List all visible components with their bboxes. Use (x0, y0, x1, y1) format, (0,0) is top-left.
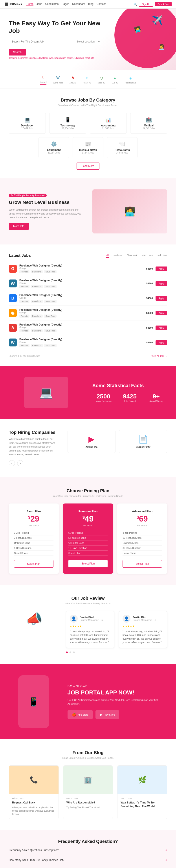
dot-0[interactable] (66, 651, 68, 653)
blog-card-1[interactable]: 🏢 Feb 14, 2021 Who Are Responsible? Try … (63, 765, 113, 819)
equipment-count: 11,254 Jobs (42, 152, 66, 154)
next-arrow[interactable]: › (17, 460, 23, 466)
search-button[interactable]: Search (9, 49, 26, 56)
faq-item-0[interactable]: Frequently Asked Questions Subscription?… (9, 845, 167, 855)
advanced-select-button[interactable]: Select Plan (122, 560, 162, 567)
premium-select-button[interactable]: Select Plan (68, 560, 108, 567)
logo-text: JBDesks (9, 2, 22, 6)
nav-home[interactable]: Home (26, 2, 33, 6)
blog-card-2[interactable]: 🌿 Jun 27, 2021 Way Better. It's Time To … (117, 765, 167, 819)
nav-candidates[interactable]: Candidates (45, 2, 59, 6)
feature: 3 Job Posting (14, 530, 54, 535)
dot-2[interactable] (73, 651, 75, 653)
dollar-sign: $ (137, 515, 139, 520)
restaurants-icon: 🍽️ (110, 142, 134, 147)
faq-toggle-1[interactable]: + (166, 858, 167, 862)
signup-button[interactable]: Sign Up (139, 2, 153, 7)
developer-icon: 💻 (12, 117, 42, 123)
job-tags-2: Remote Barcelona Save Time (20, 300, 133, 303)
faq-toggle-0[interactable]: + (166, 848, 167, 852)
job-meta-0: $4500 (135, 268, 153, 270)
company-burger-patty[interactable]: 📄 Burger Patty (119, 430, 167, 453)
category-technology[interactable]: 📱 Technology 11,254 Jobs (49, 113, 86, 134)
apply-button-4[interactable]: Apply (155, 326, 167, 330)
tab-full-time[interactable]: Full Time (156, 254, 167, 258)
job-salary-3: $4500 (135, 312, 153, 314)
tab-part-time[interactable]: Part Time (142, 254, 153, 258)
blog-card-0[interactable]: 📞 Feb 12, 2021 Request Call Back When yo… (9, 765, 59, 819)
technology-icon: 📱 (52, 117, 83, 123)
grow-section: 24,534 People Recently Promoted Grow Nex… (0, 178, 176, 245)
view-all-jobs[interactable]: View All Jobs → (151, 355, 167, 357)
reviewer-info-1: Justin Bird Support Manager in Luc (133, 616, 156, 621)
tech-vue[interactable]: ▲ Vue JS (112, 75, 118, 84)
basic-select-button[interactable]: Select Plan (14, 560, 54, 567)
tab-neumeric[interactable]: Neumeric (127, 254, 138, 258)
job-search-input[interactable] (9, 38, 71, 45)
dot-1[interactable] (70, 651, 71, 653)
apply-button-2[interactable]: Apply (155, 296, 167, 301)
job-logo-5: W (9, 339, 17, 346)
tech-react[interactable]: ⚛ React JS (83, 75, 91, 84)
apply-button-0[interactable]: Apply (155, 267, 167, 271)
tech-wordpress[interactable]: W WordPress (53, 75, 63, 84)
apply-button-3[interactable]: Apply (155, 311, 167, 315)
company-airbnb[interactable]: ▶ Airbnb Inc (68, 430, 116, 453)
tech-laravel[interactable]: L Laravel (40, 74, 47, 85)
blog-grid: 📞 Feb 12, 2021 Request Call Back When yo… (9, 765, 167, 819)
tab-all[interactable]: All (106, 254, 109, 258)
developer-name: Developer (12, 124, 42, 127)
stat-number-2: 9+ (145, 393, 167, 400)
category-medical[interactable]: 🏥 Medical 14,543 Jobs (130, 113, 167, 134)
accounting-count: 21,543 Jobs (93, 127, 124, 129)
job-row: W Freelance Web Designer (Directly) Goog… (9, 276, 167, 291)
tech-react-native[interactable]: ◈ React Native (125, 75, 136, 84)
category-restaurants[interactable]: 🍽️ Restaurants 14,543 Jobs (107, 137, 138, 158)
feature: Social Share (68, 551, 108, 556)
category-accounting[interactable]: 📊 Accounting 21,543 Jobs (90, 113, 127, 134)
logo-icon: ⬛ (4, 2, 8, 6)
hero-section: The Easy Way To Get Your New Job Select … (0, 8, 176, 70)
blog-excerpt-1: Try finding The Richest The World. (66, 806, 110, 809)
nav-pages[interactable]: Pages (62, 2, 69, 6)
play-store-button[interactable]: ▶ Play Store (96, 710, 119, 719)
nav-dashboard[interactable]: Dashboard (72, 2, 85, 6)
tech-node[interactable]: ⬡ Node JS (98, 75, 105, 84)
category-media[interactable]: 📰 Media & News 17,543 Jobs (73, 137, 103, 158)
faq-item-1[interactable]: How Many Sites From Our Fancy Themes Lis… (9, 855, 167, 865)
advanced-period: Per Month (122, 524, 162, 527)
reviewer-info-0: Justin Bird Support Manager in Luc (80, 616, 103, 621)
load-more-button[interactable]: Load More (77, 162, 99, 169)
prev-arrow[interactable]: ‹ (9, 460, 15, 466)
nav-contact[interactable]: Contact (97, 2, 106, 6)
burger-patty-name: Burger Patty (124, 445, 163, 448)
tab-featured[interactable]: Featured (113, 254, 124, 258)
basic-plan-name: Basic Plan (14, 510, 54, 513)
nav-jobs[interactable]: Jobs (37, 2, 42, 6)
job-row: B Freelance Web Designer (Directly) Goog… (9, 291, 167, 306)
node-label: Node JS (98, 82, 105, 84)
faq-title: Frequently Asked Question? (9, 839, 167, 844)
job-meta-4: $4500 (135, 327, 153, 329)
apply-button-1[interactable]: Apply (155, 281, 167, 286)
feature: Social Share (14, 551, 54, 556)
reviews-illustration: 📣 (9, 611, 60, 627)
equipment-name: Equipment (42, 149, 66, 152)
job-tags-4: Remote Barcelona Save Time (20, 329, 133, 332)
search-icon[interactable]: 🔍 (134, 3, 137, 6)
nav-blog[interactable]: Blog (88, 2, 94, 6)
category-equipment[interactable]: ⚙️ Equipment 11,254 Jobs (38, 137, 69, 158)
post-job-button[interactable]: Post A Job (155, 2, 172, 6)
grow-more-info-button[interactable]: More Info (9, 223, 29, 230)
tech-angular[interactable]: A Angular (70, 75, 76, 84)
stats-image: 💻 (9, 377, 83, 408)
stat-happy-customers: 2500 Happy Customers (93, 393, 114, 402)
airbnb-logo-icon: ▶ (72, 435, 111, 444)
category-developer[interactable]: 💻 Developer 17,434 Jobs (9, 113, 46, 134)
basic-features: 3 Job Posting 3 Featured Jobs Unlimited … (14, 530, 54, 556)
advanced-features: 8 Job Posting 10 Featured Jobs Unlimited… (122, 530, 162, 556)
app-store-button[interactable]: 🍎 App Store (68, 710, 93, 719)
apply-button-5[interactable]: Apply (155, 340, 167, 345)
grow-illustration: 👩‍💻 (93, 189, 167, 234)
job-title-5: Freelance Web Designer (Directly) (20, 338, 133, 341)
